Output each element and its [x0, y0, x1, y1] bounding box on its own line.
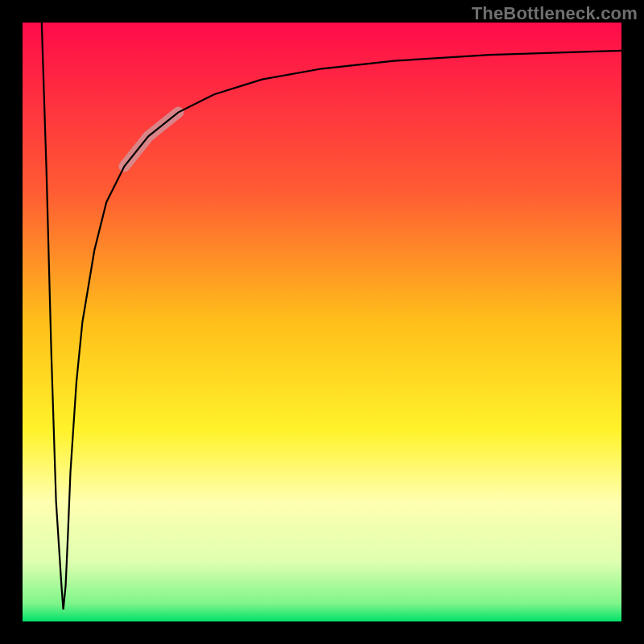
chart-plot-area	[23, 23, 621, 621]
chart-container: TheBottleneck.com	[0, 0, 644, 644]
chart-svg	[0, 0, 644, 644]
attribution-text: TheBottleneck.com	[472, 3, 638, 24]
